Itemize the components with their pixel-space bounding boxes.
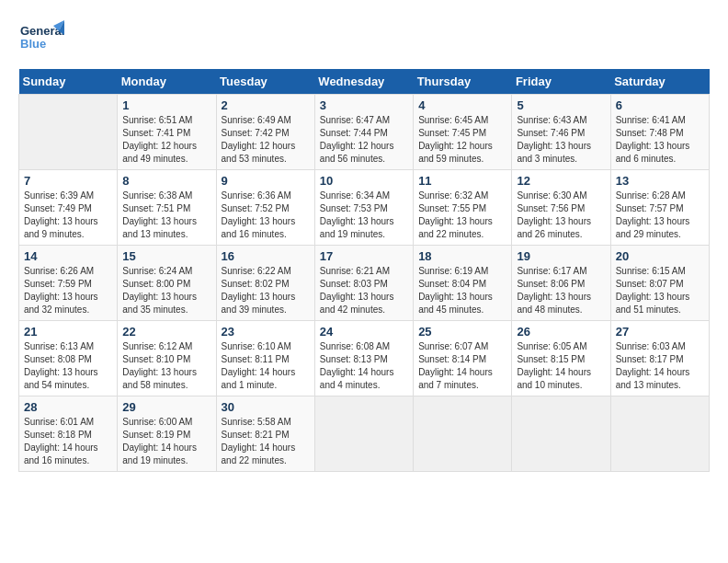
calendar-cell: 14Sunrise: 6:26 AM Sunset: 7:59 PM Dayli…: [19, 246, 118, 321]
calendar-cell: 21Sunrise: 6:13 AM Sunset: 8:08 PM Dayli…: [19, 321, 118, 396]
day-number: 5: [517, 98, 605, 112]
calendar-cell: 4Sunrise: 6:45 AM Sunset: 7:45 PM Daylig…: [414, 95, 512, 170]
calendar-cell: 18Sunrise: 6:19 AM Sunset: 8:04 PM Dayli…: [414, 246, 512, 321]
calendar-cell: 3Sunrise: 6:47 AM Sunset: 7:44 PM Daylig…: [314, 95, 413, 170]
weekday-label: Wednesday: [314, 69, 413, 95]
day-info: Sunrise: 6:00 AM Sunset: 8:19 PM Dayligh…: [122, 416, 210, 467]
calendar-cell: [512, 396, 610, 472]
day-info: Sunrise: 6:10 AM Sunset: 8:11 PM Dayligh…: [222, 340, 310, 392]
weekday-header: SundayMondayTuesdayWednesdayThursdayFrid…: [19, 69, 710, 95]
day-number: 7: [24, 174, 112, 188]
day-info: Sunrise: 6:15 AM Sunset: 8:07 PM Dayligh…: [616, 265, 704, 316]
calendar-cell: 29Sunrise: 6:00 AM Sunset: 8:19 PM Dayli…: [118, 396, 216, 472]
calendar-week: 21Sunrise: 6:13 AM Sunset: 8:08 PM Dayli…: [19, 321, 710, 396]
day-number: 2: [222, 98, 310, 112]
day-number: 17: [320, 249, 408, 263]
day-info: Sunrise: 6:28 AM Sunset: 7:57 PM Dayligh…: [616, 190, 704, 241]
weekday-label: Saturday: [610, 69, 709, 95]
day-info: Sunrise: 6:38 AM Sunset: 7:51 PM Dayligh…: [122, 190, 210, 241]
calendar-cell: 24Sunrise: 6:08 AM Sunset: 8:13 PM Dayli…: [314, 321, 413, 396]
day-number: 8: [122, 174, 210, 188]
calendar-cell: 2Sunrise: 6:49 AM Sunset: 7:42 PM Daylig…: [216, 95, 314, 170]
day-number: 30: [222, 400, 310, 414]
calendar: SundayMondayTuesdayWednesdayThursdayFrid…: [18, 69, 710, 472]
day-info: Sunrise: 6:07 AM Sunset: 8:14 PM Dayligh…: [418, 340, 506, 392]
day-number: 12: [517, 174, 605, 188]
day-number: 15: [122, 249, 210, 263]
day-info: Sunrise: 6:41 AM Sunset: 7:48 PM Dayligh…: [616, 114, 704, 166]
calendar-cell: 1Sunrise: 6:51 AM Sunset: 7:41 PM Daylig…: [118, 95, 216, 170]
day-number: 9: [222, 174, 310, 188]
day-number: 16: [222, 249, 310, 263]
calendar-cell: 27Sunrise: 6:03 AM Sunset: 8:17 PM Dayli…: [610, 321, 709, 396]
calendar-body: 1Sunrise: 6:51 AM Sunset: 7:41 PM Daylig…: [19, 95, 710, 472]
day-number: 26: [517, 325, 605, 339]
day-info: Sunrise: 6:01 AM Sunset: 8:18 PM Dayligh…: [24, 416, 112, 467]
calendar-cell: 19Sunrise: 6:17 AM Sunset: 8:06 PM Dayli…: [512, 246, 610, 321]
day-info: Sunrise: 6:51 AM Sunset: 7:41 PM Dayligh…: [122, 114, 210, 166]
calendar-cell: 28Sunrise: 6:01 AM Sunset: 8:18 PM Dayli…: [19, 396, 118, 472]
calendar-cell: 6Sunrise: 6:41 AM Sunset: 7:48 PM Daylig…: [610, 95, 709, 170]
calendar-week: 28Sunrise: 6:01 AM Sunset: 8:18 PM Dayli…: [19, 396, 710, 472]
calendar-cell: 26Sunrise: 6:05 AM Sunset: 8:15 PM Dayli…: [512, 321, 610, 396]
calendar-cell: [610, 396, 709, 472]
day-number: 18: [418, 249, 506, 263]
calendar-cell: 8Sunrise: 6:38 AM Sunset: 7:51 PM Daylig…: [118, 170, 216, 246]
calendar-week: 1Sunrise: 6:51 AM Sunset: 7:41 PM Daylig…: [19, 95, 710, 170]
calendar-cell: 12Sunrise: 6:30 AM Sunset: 7:56 PM Dayli…: [512, 170, 610, 246]
calendar-week: 7Sunrise: 6:39 AM Sunset: 7:49 PM Daylig…: [19, 170, 710, 246]
day-number: 21: [24, 325, 112, 339]
day-info: Sunrise: 6:13 AM Sunset: 8:08 PM Dayligh…: [24, 340, 112, 392]
day-info: Sunrise: 6:24 AM Sunset: 8:00 PM Dayligh…: [122, 265, 210, 316]
day-info: Sunrise: 6:21 AM Sunset: 8:03 PM Dayligh…: [320, 265, 408, 316]
day-number: 11: [418, 174, 506, 188]
day-number: 24: [320, 325, 408, 339]
day-number: 19: [517, 249, 605, 263]
day-info: Sunrise: 6:19 AM Sunset: 8:04 PM Dayligh…: [418, 265, 506, 316]
day-info: Sunrise: 6:08 AM Sunset: 8:13 PM Dayligh…: [320, 340, 408, 392]
calendar-cell: 10Sunrise: 6:34 AM Sunset: 7:53 PM Dayli…: [314, 170, 413, 246]
calendar-cell: [414, 396, 512, 472]
day-info: Sunrise: 6:47 AM Sunset: 7:44 PM Dayligh…: [320, 114, 408, 166]
day-info: Sunrise: 6:39 AM Sunset: 7:49 PM Dayligh…: [24, 190, 112, 241]
day-number: 13: [616, 174, 704, 188]
day-info: Sunrise: 6:34 AM Sunset: 7:53 PM Dayligh…: [320, 190, 408, 241]
day-info: Sunrise: 6:22 AM Sunset: 8:02 PM Dayligh…: [222, 265, 310, 316]
day-info: Sunrise: 6:43 AM Sunset: 7:46 PM Dayligh…: [517, 114, 605, 166]
weekday-label: Thursday: [414, 69, 512, 95]
day-number: 23: [222, 325, 310, 339]
day-number: 28: [24, 400, 112, 414]
day-number: 3: [320, 98, 408, 112]
day-number: 29: [122, 400, 210, 414]
day-number: 14: [24, 249, 112, 263]
day-info: Sunrise: 6:30 AM Sunset: 7:56 PM Dayligh…: [517, 190, 605, 241]
day-info: Sunrise: 6:05 AM Sunset: 8:15 PM Dayligh…: [517, 340, 605, 392]
day-info: Sunrise: 6:03 AM Sunset: 8:17 PM Dayligh…: [616, 340, 704, 392]
calendar-cell: 5Sunrise: 6:43 AM Sunset: 7:46 PM Daylig…: [512, 95, 610, 170]
day-number: 25: [418, 325, 506, 339]
calendar-cell: [19, 95, 118, 170]
day-info: Sunrise: 6:49 AM Sunset: 7:42 PM Dayligh…: [222, 114, 310, 166]
calendar-cell: 20Sunrise: 6:15 AM Sunset: 8:07 PM Dayli…: [610, 246, 709, 321]
calendar-week: 14Sunrise: 6:26 AM Sunset: 7:59 PM Dayli…: [19, 246, 710, 321]
calendar-cell: 13Sunrise: 6:28 AM Sunset: 7:57 PM Dayli…: [610, 170, 709, 246]
logo: General Blue: [18, 18, 64, 60]
day-info: Sunrise: 6:32 AM Sunset: 7:55 PM Dayligh…: [418, 190, 506, 241]
day-info: Sunrise: 6:45 AM Sunset: 7:45 PM Dayligh…: [418, 114, 506, 166]
day-number: 27: [616, 325, 704, 339]
day-info: Sunrise: 6:17 AM Sunset: 8:06 PM Dayligh…: [517, 265, 605, 316]
calendar-cell: [314, 396, 413, 472]
svg-text:Blue: Blue: [20, 37, 46, 51]
logo-icon: General Blue: [18, 18, 64, 60]
day-info: Sunrise: 5:58 AM Sunset: 8:21 PM Dayligh…: [222, 416, 310, 467]
calendar-cell: 15Sunrise: 6:24 AM Sunset: 8:00 PM Dayli…: [118, 246, 216, 321]
weekday-label: Friday: [512, 69, 610, 95]
calendar-cell: 11Sunrise: 6:32 AM Sunset: 7:55 PM Dayli…: [414, 170, 512, 246]
day-number: 6: [616, 98, 704, 112]
day-number: 10: [320, 174, 408, 188]
calendar-cell: 30Sunrise: 5:58 AM Sunset: 8:21 PM Dayli…: [216, 396, 314, 472]
day-info: Sunrise: 6:36 AM Sunset: 7:52 PM Dayligh…: [222, 190, 310, 241]
calendar-cell: 22Sunrise: 6:12 AM Sunset: 8:10 PM Dayli…: [118, 321, 216, 396]
weekday-label: Sunday: [19, 69, 118, 95]
day-info: Sunrise: 6:26 AM Sunset: 7:59 PM Dayligh…: [24, 265, 112, 316]
